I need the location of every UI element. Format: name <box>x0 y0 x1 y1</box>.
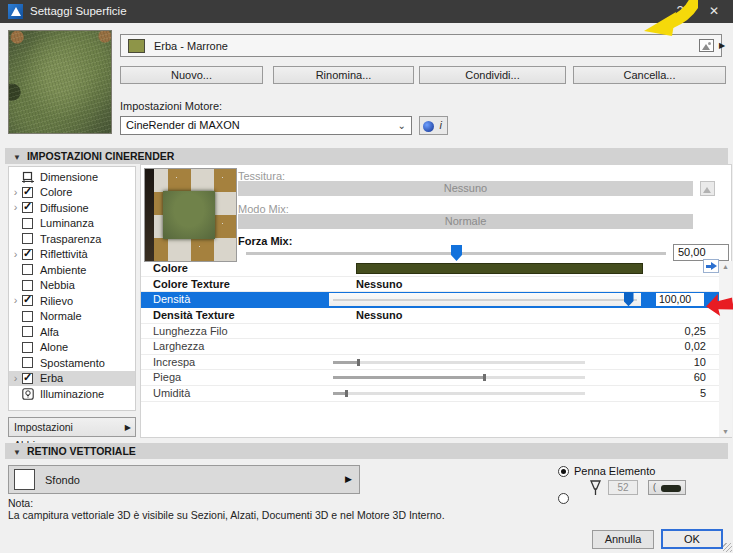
preview-grass-patch <box>163 191 215 239</box>
tree-item-spostamento[interactable]: Spostamento <box>9 355 135 371</box>
material-selector-dropdown[interactable]: Erba - Marrone ▶ <box>120 34 722 57</box>
checkbox-spostamento-unchecked[interactable] <box>22 357 33 368</box>
tree-item-luminanza[interactable]: Luminanza <box>9 216 135 232</box>
checkbox-luminanza-unchecked[interactable] <box>22 218 33 229</box>
tree-item-diffusione[interactable]: ›Diffusione <box>9 200 135 216</box>
param-slider-track[interactable] <box>333 392 585 395</box>
mix-mode-field: Normale <box>238 214 693 229</box>
tree-item-riflettivita[interactable]: ›Riflettività <box>9 247 135 263</box>
transfer-settings-icon[interactable] <box>703 259 719 273</box>
illumination-icon <box>22 388 34 400</box>
param-row-increspa[interactable]: Increspa10 <box>141 355 719 371</box>
tree-item-alfa[interactable]: Alfa <box>9 324 135 340</box>
help-button[interactable]: ? <box>671 3 689 20</box>
tree-item-label: Riflettività <box>40 248 88 260</box>
checkbox-erba-checked[interactable] <box>22 373 33 384</box>
param-slider-fill <box>333 376 484 379</box>
pen-color-preview <box>661 485 681 492</box>
param-row-larghezza[interactable]: Larghezza0,02 <box>141 339 719 355</box>
scroll-up-icon[interactable]: ▲ <box>719 263 732 270</box>
title-bar[interactable]: Settaggi Superficie ? ✕ <box>0 0 733 23</box>
fill-selector-dropdown[interactable]: Sfondo ▶ <box>8 465 360 494</box>
param-row-colore-texture[interactable]: Colore TextureNessuno <box>141 277 719 293</box>
tree-item-dimensione[interactable]: Dimensione <box>9 169 135 185</box>
close-button[interactable]: ✕ <box>705 3 723 20</box>
param-value[interactable]: 5 <box>700 387 706 399</box>
ok-button[interactable]: OK <box>661 529 723 549</box>
tree-item-alone[interactable]: Alone <box>9 340 135 356</box>
tree-item-label: Illuminazione <box>40 388 104 400</box>
cancel-button[interactable]: Annulla <box>592 530 654 549</box>
tree-item-illuminazione[interactable]: Illuminazione <box>9 386 135 402</box>
expander-icon[interactable]: › <box>9 202 22 213</box>
param-row-colore[interactable]: Colore <box>141 261 719 277</box>
share-button[interactable]: Condividi... <box>419 66 566 84</box>
param-value[interactable]: 0,25 <box>685 325 706 337</box>
param-row-piega[interactable]: Piega60 <box>141 370 719 386</box>
delete-button[interactable]: Cancella... <box>573 66 726 84</box>
mix-strength-value-field[interactable]: 50,00 <box>673 244 729 261</box>
cinerender-tree: Dimensione›Colore›DiffusioneLuminanzaTra… <box>8 166 136 411</box>
vector-hatch-header-label: RETINO VETTORIALE <box>27 445 136 457</box>
checkbox-riflettivita-checked[interactable] <box>22 249 33 260</box>
tree-item-rilievo[interactable]: ›Rilievo <box>9 293 135 309</box>
tree-item-colore[interactable]: ›Colore <box>9 185 135 201</box>
density-value-field[interactable]: 100,00 <box>656 293 704 306</box>
param-row-lunghezza-filo[interactable]: Lunghezza Filo0,25 <box>141 324 719 340</box>
checkbox-diffusione-checked[interactable] <box>22 202 33 213</box>
pen-color-button[interactable]: ( <box>648 480 686 495</box>
checkbox-normale-unchecked[interactable] <box>22 311 33 322</box>
engine-select[interactable]: CineRender di MAXON ⌄ <box>120 116 412 135</box>
checkbox-nebbia-unchecked[interactable] <box>22 280 33 291</box>
checkbox-alone-unchecked[interactable] <box>22 342 33 353</box>
expander-icon[interactable]: › <box>9 373 22 384</box>
tree-item-label: Normale <box>40 310 82 322</box>
grass-parameters-list: ColoreColore TextureNessunoDensità100,00… <box>141 261 719 402</box>
scroll-down-icon[interactable]: ▼ <box>719 428 732 435</box>
param-label: Umidità <box>153 387 190 399</box>
element-pen-radio[interactable] <box>558 466 569 477</box>
engine-info-button[interactable]: i <box>419 116 448 135</box>
param-value[interactable]: 60 <box>694 371 706 383</box>
param-label: Colore <box>153 262 188 274</box>
param-slider-track[interactable] <box>333 376 585 379</box>
param-value[interactable]: 0,02 <box>685 340 706 352</box>
checkbox-colore-checked[interactable] <box>22 187 33 198</box>
param-row-densita-texture[interactable]: Densità TextureNessuno <box>141 308 719 324</box>
tree-item-ambiente[interactable]: Ambiente <box>9 262 135 278</box>
tree-item-trasparenza[interactable]: Trasparenza <box>9 231 135 247</box>
match-settings-button[interactable]: Impostazioni Abbinamen... ▶ <box>8 417 136 437</box>
new-button[interactable]: Nuovo... <box>120 66 263 84</box>
checkbox-trasparenza-unchecked[interactable] <box>22 233 33 244</box>
custom-pen-radio[interactable] <box>558 493 569 504</box>
texture-browse-icon[interactable] <box>700 181 715 196</box>
resize-grip[interactable] <box>723 543 732 552</box>
param-value[interactable]: 10 <box>694 356 706 368</box>
param-slider-handle[interactable] <box>357 359 360 366</box>
density-slider-track[interactable] <box>329 293 641 306</box>
param-row-densita[interactable]: Densità100,00 <box>141 292 719 308</box>
info-icon: i <box>440 119 442 131</box>
param-row-umidita[interactable]: Umidità5 <box>141 386 719 402</box>
rename-button[interactable]: Rinomina... <box>273 66 414 84</box>
checkbox-ambiente-unchecked[interactable] <box>22 264 33 275</box>
color-swatch-bar[interactable] <box>356 263 643 274</box>
checkbox-rilievo-checked[interactable] <box>22 295 33 306</box>
expander-icon[interactable]: › <box>9 187 22 198</box>
tree-item-nebbia[interactable]: Nebbia <box>9 278 135 294</box>
vector-hatch-section-header[interactable]: ▼RETINO VETTORIALE <box>5 443 728 459</box>
param-label: Larghezza <box>153 340 204 352</box>
pen-number-field[interactable]: 52 <box>608 480 638 495</box>
engine-value: CineRender di MAXON <box>126 119 240 131</box>
param-slider-handle[interactable] <box>483 374 486 381</box>
tree-item-erba[interactable]: ›Erba <box>9 371 135 387</box>
parameters-scrollbar[interactable]: ▲ ▼ <box>719 261 732 437</box>
cinerender-section-header[interactable]: ▼IMPOSTAZIONI CINERENDER <box>5 148 728 164</box>
checkbox-alfa-unchecked[interactable] <box>22 326 33 337</box>
expander-icon[interactable]: › <box>9 295 22 306</box>
param-slider-track[interactable] <box>333 361 585 364</box>
expander-icon[interactable]: › <box>9 249 22 260</box>
tree-item-label: Dimensione <box>40 171 98 183</box>
tree-item-normale[interactable]: Normale <box>9 309 135 325</box>
param-slider-handle[interactable] <box>345 390 348 397</box>
